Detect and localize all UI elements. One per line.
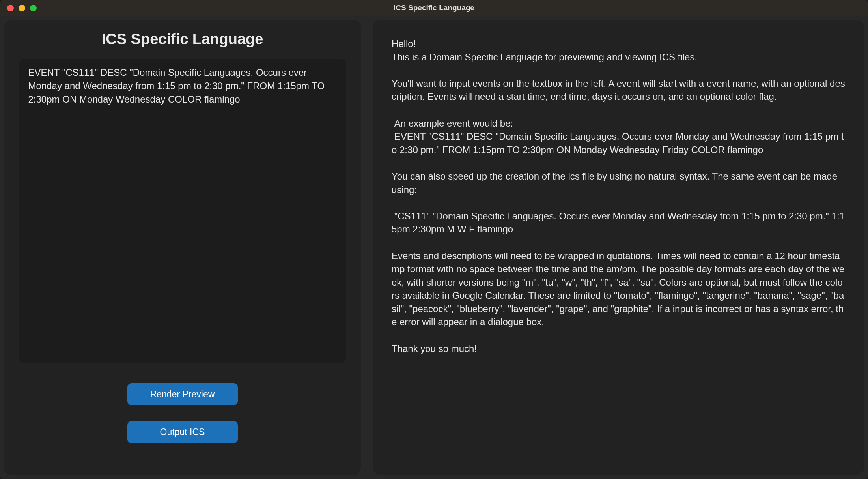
button-stack: Render Preview Output ICS [127,383,238,443]
content-area: ICS Specific Language Render Preview Out… [0,16,868,479]
titlebar[interactable]: ICS Specific Language [0,0,868,16]
help-text: Hello! This is a Domain Specific Languag… [392,37,845,355]
close-window-button[interactable] [7,5,14,11]
left-panel: ICS Specific Language Render Preview Out… [4,20,361,475]
traffic-lights [7,5,37,11]
page-heading: ICS Specific Language [102,31,263,48]
zoom-window-button[interactable] [30,5,37,11]
minimize-window-button[interactable] [19,5,25,11]
dsl-input-textarea[interactable] [19,59,346,363]
right-panel: Hello! This is a Domain Specific Languag… [373,20,864,475]
output-ics-button[interactable]: Output ICS [127,421,238,443]
render-preview-button[interactable]: Render Preview [127,383,238,405]
window-title: ICS Specific Language [0,4,868,12]
